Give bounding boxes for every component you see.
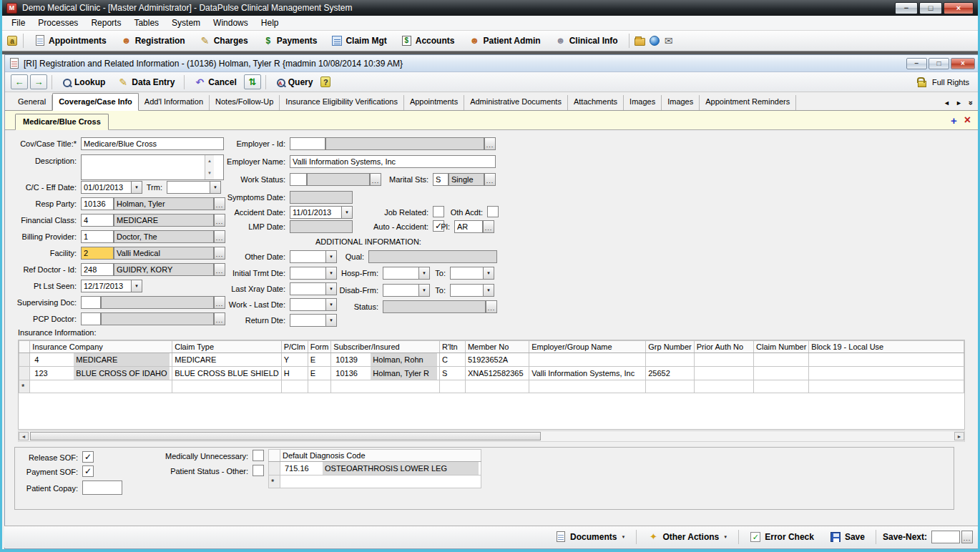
menu-system[interactable]: System (165, 16, 207, 29)
tab-images-2[interactable]: Images (662, 95, 700, 110)
tab-list-icon[interactable]: « (966, 101, 974, 105)
cell-p-clm[interactable]: H (281, 367, 308, 380)
patient-status-other-checkbox[interactable] (253, 465, 264, 476)
status-lookup-button[interactable]: ... (486, 300, 497, 313)
hosp-to-input[interactable]: ▼ (450, 267, 494, 280)
cell-p-clm[interactable]: Y (281, 353, 308, 367)
menu-file[interactable]: File (5, 16, 31, 29)
cell-form[interactable]: E (308, 367, 331, 380)
diagnosis-row-1[interactable]: 715.16OSTEOARTHROSIS LOWER LEG (269, 462, 481, 475)
folder-shortcut-icon[interactable] (634, 35, 646, 46)
child-close-button[interactable]: × (951, 58, 975, 69)
restore-button[interactable]: □ (919, 2, 942, 14)
delete-coverage-icon[interactable]: × (964, 114, 971, 127)
tab-attachments[interactable]: Attachments (568, 95, 624, 110)
mail-icon[interactable]: ✉ (663, 35, 675, 46)
work-last-dte-input[interactable]: ▼ (290, 298, 337, 311)
cell-rltn[interactable]: S (440, 367, 466, 380)
save-next-lookup-button[interactable]: ... (961, 531, 973, 543)
clinical-info-button[interactable]: ☻Clinical Info (549, 34, 624, 48)
appointments-button[interactable]: Appointments (29, 34, 112, 48)
patient-admin-button[interactable]: ☻Patient Admin (463, 34, 546, 48)
cell-claim-number[interactable] (754, 367, 809, 380)
cell-claim-number[interactable] (754, 353, 809, 367)
cell-claim-type[interactable]: BLUE CROSS BLUE SHIELD (172, 367, 282, 380)
cancel-button[interactable]: ↶Cancel (189, 75, 241, 89)
row-gutter[interactable] (19, 353, 30, 367)
facility-code-input[interactable]: 2 (81, 247, 114, 260)
data-entry-button[interactable]: ✎Data Entry (112, 75, 180, 89)
cell-insurance-company[interactable]: 123BLUE CROSS OF IDAHO (30, 367, 172, 380)
pl-input[interactable]: AR (454, 220, 483, 233)
description-input[interactable] (81, 154, 224, 180)
disab-frm-input[interactable]: ▼ (383, 284, 430, 297)
dropdown-icon[interactable]: ▼ (131, 280, 142, 292)
employer-id-code-input[interactable] (290, 137, 325, 150)
tab-appointments[interactable]: Appointments (404, 95, 464, 110)
marital-sts-lookup-button[interactable]: ... (484, 173, 496, 186)
login-icon[interactable]: a (6, 35, 18, 46)
subtab-medicare-blue-cross[interactable]: Medicare/Blue Cross (15, 114, 109, 130)
dropdown-icon[interactable]: ▼ (325, 299, 336, 310)
cell-prior-auth[interactable] (694, 367, 753, 380)
menu-windows[interactable]: Windows (207, 16, 255, 29)
error-check-button[interactable]: ✓ Error Check (743, 530, 821, 544)
registration-button[interactable]: ☻Registration (115, 34, 191, 48)
tab-general[interactable]: General (12, 95, 52, 110)
cell-employer-group[interactable] (529, 353, 646, 367)
resp-party-code-input[interactable]: 10136 (81, 197, 114, 210)
menu-help[interactable]: Help (255, 16, 285, 29)
dropdown-icon[interactable]: ▼ (341, 207, 352, 218)
menu-processes[interactable]: Processes (31, 16, 84, 29)
payments-button[interactable]: $Payments (257, 34, 323, 48)
cell-subscriber-insured[interactable]: 10136Holman, Tyler R (331, 367, 440, 380)
cell-grp-number[interactable]: 25652 (646, 367, 695, 380)
dropdown-icon[interactable]: ▼ (131, 182, 142, 193)
disab-to-input[interactable]: ▼ (450, 284, 494, 297)
cell-block19[interactable] (809, 367, 964, 380)
cell-insurance-company[interactable]: 4MEDICARE (30, 353, 172, 367)
cell-grp-number[interactable] (646, 353, 695, 367)
oth-acdt-checkbox[interactable] (487, 206, 499, 217)
tab-scroll-right-icon[interactable]: ► (956, 99, 962, 107)
tab-notes-follow-up[interactable]: Notes/Follow-Up (210, 95, 280, 110)
minimize-button[interactable]: − (895, 2, 918, 14)
dropdown-icon[interactable]: ▼ (418, 267, 429, 279)
save-next-input[interactable] (931, 531, 960, 543)
tab-images-1[interactable]: Images (624, 95, 662, 110)
initial-trmt-dte-input[interactable]: ▼ (290, 267, 337, 280)
tab-appointment-reminders[interactable]: Appointment Reminders (700, 95, 796, 110)
last-xray-date-input[interactable]: ▼ (290, 282, 337, 295)
cell-member-no[interactable]: 51923652A (465, 353, 529, 367)
claim-mgt-button[interactable]: Claim Mgt (325, 34, 392, 48)
cell-claim-type[interactable]: MEDICARE (172, 353, 282, 367)
prev-record-button[interactable]: ← (11, 74, 28, 89)
scroll-thumb[interactable] (30, 432, 541, 440)
documents-button[interactable]: Documents▼ (548, 530, 632, 544)
release-sof-checkbox[interactable]: ✓ (82, 451, 94, 463)
medically-unnecessary-checkbox[interactable] (253, 450, 264, 461)
child-minimize-button[interactable]: − (906, 58, 927, 69)
tab-coverage-case-info[interactable]: Coverage/Case Info (52, 93, 139, 111)
row-gutter[interactable] (19, 367, 30, 380)
refresh-button[interactable]: ⇅ (244, 74, 261, 89)
insurance-row-1[interactable]: 4MEDICARE MEDICARE Y E 10139Holman, Rohn… (19, 353, 964, 367)
dropdown-icon[interactable]: ▼ (483, 285, 494, 296)
tab-addl-information[interactable]: Add'l Information (139, 95, 210, 110)
diagnosis-new-row[interactable]: * (269, 475, 481, 488)
other-date-input[interactable]: ▼ (290, 250, 337, 263)
pcp-doctor-code-input[interactable] (81, 312, 101, 325)
dropdown-icon[interactable]: ▼ (483, 267, 494, 279)
dropdown-icon[interactable]: ▼ (325, 251, 336, 262)
cell-subscriber-insured[interactable]: 10139Holman, Rohn (331, 353, 440, 367)
cell-diagnosis[interactable]: 715.16OSTEOARTHROSIS LOWER LEG (280, 462, 481, 475)
supervising-doc-code-input[interactable] (81, 296, 101, 309)
new-row-icon[interactable]: * (19, 380, 30, 393)
cell-rltn[interactable]: C (440, 353, 466, 367)
payment-sof-checkbox[interactable]: ✓ (82, 465, 94, 477)
new-row-icon[interactable]: * (269, 475, 280, 488)
accounts-button[interactable]: $Accounts (396, 34, 461, 48)
tab-administrative-documents[interactable]: Administrative Documents (464, 95, 568, 110)
return-dte-input[interactable]: ▼ (290, 314, 337, 327)
job-related-checkbox[interactable] (433, 206, 444, 217)
